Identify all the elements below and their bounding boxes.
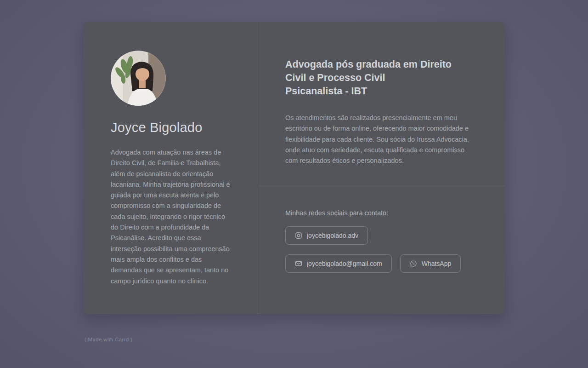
headline-line2: Psicanalista - IBT [285, 86, 367, 97]
profile-card: Joyce Bigolado Advogada com atuação nas … [83, 22, 505, 314]
description: Os atendimentos são realizados presencia… [285, 113, 476, 166]
whatsapp-button-label: WhatsApp [422, 260, 452, 267]
instagram-button-label: joycebigolado.adv [307, 232, 358, 239]
left-panel: Joyce Bigolado Advogada com atuação nas … [83, 22, 258, 314]
whatsapp-icon [410, 260, 417, 267]
section-divider [258, 186, 505, 186]
email-button[interactable]: joycebigolado@gmail.com [285, 254, 392, 273]
social-row-2: joycebigolado@gmail.com WhatsApp [285, 254, 476, 273]
email-button-label: joycebigolado@gmail.com [307, 260, 382, 267]
social-row-1: joycebigolado.adv [285, 226, 476, 245]
instagram-button[interactable]: joycebigolado.adv [285, 226, 368, 245]
mail-icon [295, 260, 302, 267]
right-panel: Advogada pós graduada em Direito Civil e… [258, 22, 505, 314]
headline: Advogada pós graduada em Direito Civil e… [285, 58, 474, 98]
social-label: Minhas redes sociais para contato: [285, 209, 476, 217]
profile-bio: Advogada com atuação nas áreas de Direit… [111, 147, 230, 287]
avatar-photo [111, 51, 166, 106]
whatsapp-button[interactable]: WhatsApp [400, 254, 461, 273]
profile-name: Joyce Bigolado [111, 120, 230, 135]
made-with-carrd-link[interactable]: ( Made with Carrd ) [85, 337, 132, 342]
avatar [111, 51, 166, 106]
headline-line1: Advogada pós graduada em Direito Civil e… [285, 59, 452, 83]
instagram-icon [295, 232, 302, 239]
